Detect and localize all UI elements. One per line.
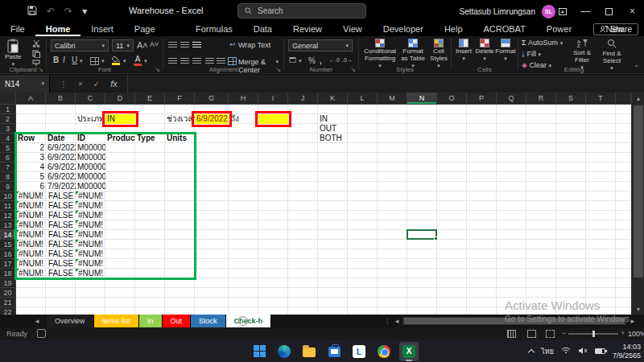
formula-input[interactable] [127,75,644,93]
ribbon-tab-insert[interactable]: Insert [80,23,124,36]
column-header-R[interactable]: R [526,93,556,105]
ribbon-tab-data[interactable]: Data [243,23,283,36]
increase-decimal-icon[interactable]: ←.0 [329,57,340,63]
sheet-tab-stock[interactable]: Stock [191,315,226,327]
row-header-16[interactable]: 16 [0,249,16,259]
column-header-S[interactable]: S [556,93,586,105]
row-header-10[interactable]: 10 [0,191,16,201]
ribbon-tab-page-layout[interactable]: Page Layout [124,23,185,36]
sheet-tab-in[interactable]: In [139,315,163,327]
merge-center-icon[interactable] [228,57,237,65]
cut-icon[interactable] [32,39,40,47]
zoom-in-icon[interactable]: + [621,329,625,337]
accessibility-checker-icon[interactable] [37,329,46,338]
insert-function-icon[interactable]: fx [110,79,118,88]
wrap-text-icon[interactable]: ↩ [229,40,236,48]
spreadsheet-grid[interactable]: ▲ ▼ ABCDEFGHIJKLMNOPQRST1234567891011121… [0,93,644,315]
taskbar-app-file-explorer[interactable] [299,342,319,361]
row-header-19[interactable]: 19 [0,278,16,288]
conditional-formatting-button[interactable]: Conditional Formatting▾ [362,39,398,69]
scroll-down-icon[interactable]: ▼ [632,303,644,315]
increase-font-icon[interactable]: A˄ [137,40,148,50]
volume-muted-icon[interactable] [578,347,588,356]
save-icon[interactable] [27,6,37,18]
share-button[interactable]: Share [593,23,638,35]
comma-style-icon[interactable]: , [320,56,322,65]
insert-cells-button[interactable]: Insert▾ [454,39,473,62]
paste-button[interactable]: Paste ▾ [5,39,21,68]
ribbon-tab-acrobat[interactable]: ACROBAT [473,23,536,36]
align-center-icon[interactable] [180,58,189,64]
sheet-tab-items-list[interactable]: items-list [94,315,140,327]
zoom-out-icon[interactable]: − [562,329,566,337]
row-header-18[interactable]: 18 [0,269,16,278]
column-header-E[interactable]: E [135,93,165,105]
increase-indent-icon[interactable] [217,58,225,64]
row-header-12[interactable]: 12 [0,211,16,220]
selected-cell-N14[interactable] [407,229,437,240]
row-header-21[interactable]: 21 [0,298,16,307]
align-right-icon[interactable] [192,58,201,64]
battery-icon[interactable] [595,348,605,354]
search-input[interactable]: Search [237,3,366,19]
delete-cells-button[interactable]: Delete▾ [475,39,494,62]
taskbar-app-chrome[interactable] [374,342,394,361]
column-header-P[interactable]: P [467,93,497,105]
row-header-4[interactable]: 4 [0,134,16,143]
taskbar-app-start[interactable] [250,342,269,361]
column-header-Q[interactable]: Q [497,93,526,105]
row-header-6[interactable]: 6 [0,153,16,162]
ribbon-tab-review[interactable]: Review [283,23,332,36]
row-header-20[interactable]: 20 [0,288,16,298]
taskbar-app-edge[interactable] [275,342,294,361]
page-break-view-icon[interactable] [546,330,555,338]
row-header-11[interactable]: 11 [0,201,16,211]
taskbar-app-line-app[interactable]: L [349,342,369,361]
decrease-indent-icon[interactable] [205,58,214,64]
customize-qat-icon[interactable]: ▾ [82,6,87,17]
taskbar-app-excel[interactable]: X [399,342,419,361]
cancel-entry-icon[interactable]: × [78,80,83,88]
row-header-9[interactable]: 9 [0,182,16,191]
format-cells-button[interactable]: Format▾ [496,39,515,62]
column-header-G[interactable]: G [195,93,229,105]
vertical-scrollbar-thumb[interactable] [634,105,643,278]
row-header-3[interactable]: 3 [0,124,16,134]
ribbon-tab-developer[interactable]: Developer [373,23,434,36]
autosum-button[interactable]: Σ AutoSum ▾ [522,39,563,47]
clock[interactable]: 14:03 7/9/2565 [613,343,641,360]
column-header-H[interactable]: H [229,93,258,105]
fill-handle[interactable] [434,237,438,241]
wifi-icon[interactable] [561,347,571,356]
font-name-select[interactable]: Calibri▾ [51,39,109,51]
font-size-select[interactable]: 11▾ [112,39,134,51]
format-as-table-button[interactable]: Format as Table▾ [399,39,427,69]
column-header-A[interactable]: A [16,93,46,105]
ribbon-display-options-icon[interactable] [551,0,574,23]
row-header-2[interactable]: 2 [0,114,16,124]
row-header-13[interactable]: 13 [0,220,16,230]
row-header-7[interactable]: 7 [0,162,16,172]
column-header-B[interactable]: B [46,93,76,105]
ribbon-tab-view[interactable]: View [332,23,373,36]
sheet-nav-left-icon[interactable]: ◄ [34,315,40,327]
column-header-F[interactable]: F [165,93,195,105]
cell-styles-button[interactable]: Cell Styles▾ [428,39,449,69]
align-bottom-icon[interactable] [192,42,201,48]
ribbon-tab-help[interactable]: Help [434,23,473,36]
accounting-format-icon[interactable]: 🗔 [289,56,296,64]
language-indicator[interactable]: ไทย [541,346,554,357]
new-sheet-icon[interactable]: + [238,316,248,326]
hscroll-left-icon[interactable]: ◄ [394,315,400,327]
grid-corner[interactable] [0,93,16,105]
ribbon-tab-formulas[interactable]: Formulas [185,23,243,36]
merge-center-dropdown-icon[interactable]: ▾ [275,59,279,65]
collapse-ribbon-icon[interactable]: ⌃ [634,64,639,72]
font-color-icon[interactable]: A [133,55,142,66]
column-header-N[interactable]: N [407,93,437,105]
confirm-entry-icon[interactable]: ✓ [93,80,100,88]
horizontal-scrollbar[interactable] [402,317,626,325]
decrease-font-icon[interactable]: A˅ [150,40,159,48]
redo-icon[interactable]: ↷ [64,6,72,17]
borders-icon[interactable] [90,57,99,65]
